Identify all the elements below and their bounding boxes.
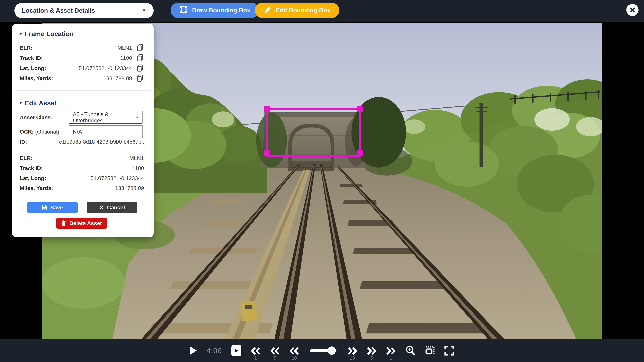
bbox-handle-top-right[interactable] (357, 106, 363, 112)
frame-location-section-header[interactable]: ▾ Frame Location (20, 30, 74, 38)
copy-track-id-button[interactable] (136, 54, 144, 62)
asset-track-id-row: Track ID: 1100 (20, 164, 144, 172)
skip-back-10-button[interactable]: 10 (289, 347, 299, 361)
close-button[interactable] (626, 4, 638, 16)
zoom-to-location-button[interactable] (405, 346, 416, 356)
pencil-icon (264, 5, 272, 15)
edit-asset-title: Edit Asset (25, 99, 57, 107)
frame-elr-row: ELR: MLN1 (20, 44, 144, 52)
draw-bounding-box-button[interactable]: Draw Bounding Box (170, 2, 259, 18)
x-icon: ✕ (99, 204, 104, 211)
copy-elr-button[interactable] (136, 44, 144, 52)
section-divider (14, 90, 151, 91)
skip-forward-10-button[interactable]: 10 (348, 347, 358, 361)
top-toolbar: Location & Asset Details ▼ Draw Bounding… (0, 0, 644, 22)
step-frame-button[interactable] (232, 345, 241, 356)
asset-lat-long-row: Lat, Long: 51.072532, -0.123344 (20, 174, 144, 182)
collapse-triangle-icon: ▾ (20, 101, 22, 106)
chevron-down-icon: ▼ (142, 8, 146, 13)
play-icon (190, 346, 197, 355)
skip-back-5-button[interactable]: 5 (270, 347, 280, 361)
fast-forward-icon (386, 347, 396, 355)
copy-icon (136, 44, 144, 52)
timeline-slider[interactable] (310, 347, 336, 355)
step-play-icon (234, 348, 238, 353)
fullscreen-button[interactable] (444, 346, 454, 356)
copy-icon (136, 74, 144, 82)
asset-elr-row: ELR: MLN1 (20, 154, 144, 162)
delete-asset-button[interactable]: Delete Asset (56, 218, 107, 229)
frame-miles-yards-row: Miles, Yards: 133, 788.09 (20, 74, 144, 82)
bbox-handle-top-left[interactable] (264, 106, 270, 112)
save-icon (42, 205, 47, 210)
save-button[interactable]: Save (27, 202, 78, 213)
playback-control-bar: 4:06 1 5 10 10 (0, 339, 644, 362)
edit-bounding-box-button[interactable]: Edit Bounding Box (255, 2, 339, 18)
skip-back-1-button[interactable]: 1 (251, 347, 260, 361)
cancel-button[interactable]: ✕ Cancel (87, 202, 137, 213)
ocr-input[interactable] (69, 125, 142, 138)
rewind-icon (270, 347, 280, 355)
trash-icon (61, 220, 66, 226)
frame-location-title: Frame Location (25, 30, 74, 38)
location-asset-details-panel: ▾ Frame Location ELR: MLN1 Track ID: 110… (12, 24, 154, 237)
copy-miles-yards-button[interactable] (136, 74, 144, 82)
fast-forward-icon (367, 347, 377, 355)
asset-id-row: ID: e1fe9d8a-8d18-4203-b9b0-b4567bk (20, 138, 144, 146)
magnifier-pin-icon (405, 346, 416, 356)
crop-region-icon (425, 346, 435, 356)
slider-knob[interactable] (328, 347, 336, 355)
rewind-icon (289, 347, 299, 355)
timestamp: 4:06 (206, 346, 222, 355)
edit-asset-section-header[interactable]: ▾ Edit Asset (20, 99, 57, 107)
play-button[interactable] (190, 346, 197, 355)
frame-lat-long-row: Lat, Long: 51.072532, -0.123344 (20, 64, 144, 72)
bounding-box-icon (179, 5, 188, 15)
panel-selector-dropdown[interactable]: Location & Asset Details ▼ (14, 3, 154, 18)
close-icon (629, 6, 636, 13)
copy-icon (136, 54, 144, 62)
bbox-handle-bottom-left[interactable] (264, 150, 270, 156)
asset-class-select[interactable]: A5 - Tunnels & Overbridges ▼ (69, 111, 142, 124)
skip-forward-1-button[interactable]: 1 (386, 347, 396, 361)
rewind-icon (251, 347, 260, 355)
asset-miles-yards-row: Miles, Yards: 133, 788.09 (20, 184, 144, 192)
frame-track-id-row: Track ID: 1100 (20, 54, 144, 62)
bbox-handle-bottom-right[interactable] (357, 150, 363, 156)
skip-forward-5-button[interactable]: 5 (367, 347, 377, 361)
fullscreen-icon (444, 346, 454, 356)
fast-forward-icon (348, 347, 358, 355)
chevron-down-icon: ▼ (136, 116, 139, 119)
app-window: Location & Asset Details ▼ Draw Bounding… (0, 0, 644, 362)
copy-lat-long-button[interactable] (136, 64, 144, 72)
panel-selector-label: Location & Asset Details (22, 7, 95, 14)
collapse-triangle-icon: ▾ (20, 31, 22, 36)
copy-icon (136, 64, 144, 72)
crop-region-button[interactable] (425, 346, 435, 356)
